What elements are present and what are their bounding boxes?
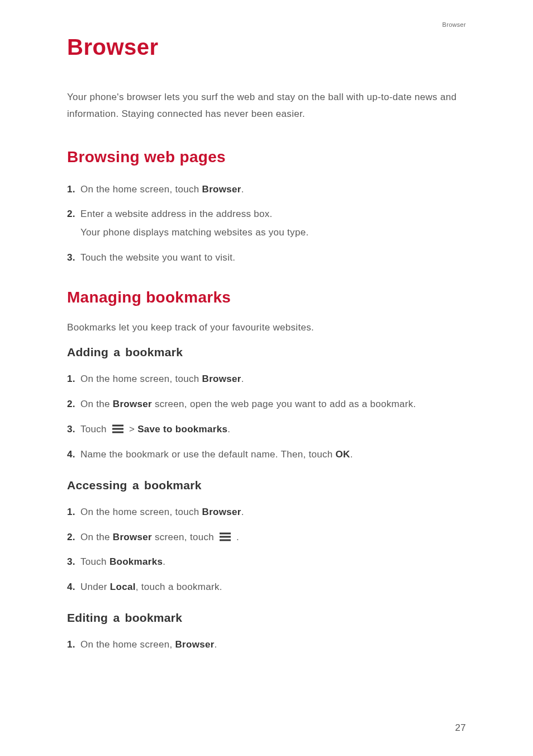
step-subtext: Your phone displays matching websites as… [80,225,466,241]
step-marker: 2. [67,206,80,223]
adding-steps-list: 1. On the home screen, touch Browser. 2.… [67,371,466,463]
step-text: On the [80,532,113,542]
section-paragraph: Bookmarks let you keep track of your fav… [67,322,466,333]
step-text: . [234,532,239,542]
step-marker: 3. [67,250,80,266]
list-item: 2. On the Browser screen, touch . [67,530,466,546]
step-text: . [163,556,165,567]
page-number: 27 [455,722,466,734]
step-text: Touch [80,556,110,567]
ui-label: Local [110,582,136,592]
subsection-editing: Editing a bookmark [67,611,466,625]
step-marker: 1. [67,371,80,388]
list-item: 1. On the home screen, touch Browser. [67,371,466,388]
step-text: , touch a bookmark. [136,582,222,592]
step-marker: 3. [67,422,80,438]
section-heading-managing: Managing bookmarks [67,289,466,306]
step-marker: 1. [67,182,80,198]
step-text: On the home screen, touch [80,374,202,384]
ui-label: Browser [202,374,241,384]
step-text: . [241,184,244,195]
list-item: 1. On the home screen, touch Browser. [67,504,466,521]
list-item: 4. Name the bookmark or use the default … [67,447,466,463]
step-text: Touch the website you want to visit. [80,250,466,266]
accessing-steps-list: 1. On the home screen, touch Browser. 2.… [67,504,466,596]
browsing-steps-list: 1. On the home screen, touch Browser. 2.… [67,182,466,267]
step-marker: 1. [67,504,80,521]
section-heading-browsing: Browsing web pages [67,148,466,166]
step-text: . [227,424,230,434]
ui-label: Browser [175,639,214,650]
ui-label: OK [336,449,350,460]
step-marker: 3. [67,554,80,570]
ui-label: Bookmarks [110,556,163,567]
step-text: . [350,449,353,460]
list-item: 1. On the home screen, Browser. [67,637,466,653]
ui-label: Browser [113,399,152,409]
step-text: Name the bookmark or use the default nam… [80,449,336,460]
step-text: . [241,374,244,384]
ui-label: Browser [202,184,241,195]
step-text: screen, open the web page you want to ad… [152,399,416,409]
step-marker: 2. [67,396,80,413]
step-marker: 4. [67,579,80,596]
list-item: 3. Touch the website you want to visit. [67,250,466,266]
subsection-adding: Adding a bookmark [67,346,466,359]
step-text: On the home screen, touch [80,184,202,195]
list-item: 3. Touch Bookmarks. [67,554,466,570]
step-text: On the home screen, touch [80,507,202,517]
step-marker: 2. [67,530,80,546]
step-text: Touch [80,424,110,434]
step-text: . [215,639,217,650]
step-text: > [126,424,137,434]
step-text: Under [80,582,110,592]
ui-label: Save to bookmarks [137,424,227,434]
list-item: 1. On the home screen, touch Browser. [67,182,466,198]
running-header: Browser [442,21,466,28]
step-text: Enter a website address in the address b… [80,209,273,219]
step-marker: 1. [67,637,80,653]
step-marker: 4. [67,447,80,463]
ui-label: Browser [113,532,152,542]
menu-icon [219,532,231,541]
list-item: 4. Under Local, touch a bookmark. [67,579,466,596]
intro-paragraph: Your phone's browser lets you surf the w… [67,89,466,122]
list-item: 2. On the Browser screen, open the web p… [67,396,466,413]
step-text: On the home screen, [80,639,175,650]
editing-steps-list: 1. On the home screen, Browser. [67,637,466,653]
page-title: Browser [67,35,466,60]
step-text: . [241,507,244,517]
step-text: On the [80,399,113,409]
list-item: 2. Enter a website address in the addres… [67,206,466,241]
subsection-accessing: Accessing a bookmark [67,479,466,492]
list-item: 3. Touch > Save to bookmarks. [67,422,466,438]
step-text: screen, touch [152,532,217,542]
ui-label: Browser [202,507,241,517]
menu-icon [112,424,124,433]
